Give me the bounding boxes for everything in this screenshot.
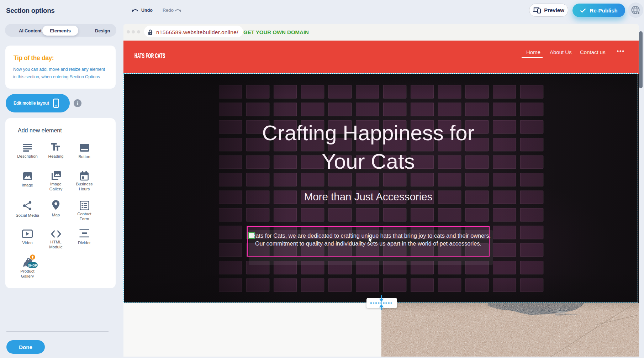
svg-text:SHOP: SHOP xyxy=(28,264,37,267)
